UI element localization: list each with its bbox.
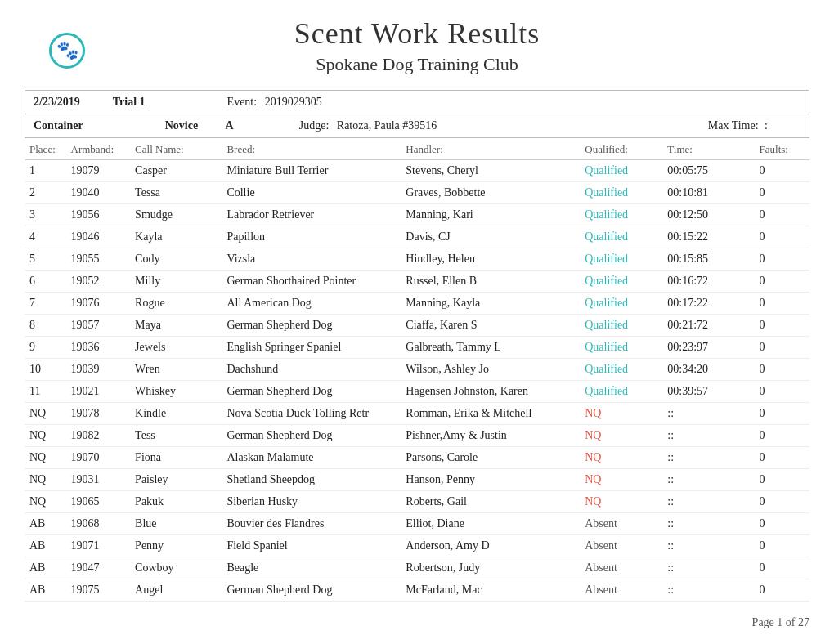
cell-handler: Anderson, Amy D xyxy=(401,535,580,557)
cell-faults: 0 xyxy=(755,513,809,535)
meta-trial: Trial 1 xyxy=(113,96,146,109)
cell-faults: 0 xyxy=(755,425,809,447)
cell-time: 00:16:72 xyxy=(662,271,754,293)
level-value: Novice xyxy=(165,119,198,132)
cell-breed: Dachshund xyxy=(222,359,401,381)
cell-callname: Paisley xyxy=(130,469,222,491)
cell-faults: 0 xyxy=(755,204,809,226)
cell-place: 3 xyxy=(25,204,66,226)
table-row: 3 19056 Smudge Labrador Retriever Mannin… xyxy=(25,204,809,226)
cell-callname: Casper xyxy=(130,160,222,182)
cell-faults: 0 xyxy=(755,160,809,182)
cell-callname: Rogue xyxy=(130,293,222,315)
cell-qualified: Qualified xyxy=(580,271,662,293)
cell-place: NQ xyxy=(25,403,66,425)
cell-place: AB xyxy=(25,535,66,557)
cell-handler: Parsons, Carole xyxy=(401,447,580,469)
cell-callname: Fiona xyxy=(130,447,222,469)
cell-handler: Ciaffa, Karen S xyxy=(401,315,580,337)
cell-handler: McFarland, Mac xyxy=(401,579,580,602)
cell-callname: Pakuk xyxy=(130,491,222,513)
cell-handler: Wilson, Ashley Jo xyxy=(401,359,580,381)
cell-armband: 19076 xyxy=(66,293,131,315)
cell-callname: Kindle xyxy=(130,403,222,425)
cell-armband: 19052 xyxy=(66,271,131,293)
cell-time: :: xyxy=(662,403,754,425)
cell-callname: Cody xyxy=(130,248,222,271)
table-row: 10 19039 Wren Dachshund Wilson, Ashley J… xyxy=(25,359,809,381)
event-value: 2019029305 xyxy=(265,96,322,108)
main-title: Scent Work Results xyxy=(25,16,809,51)
cell-breed: Shetland Sheepdog xyxy=(222,469,401,491)
judge-value: Ratoza, Paula #39516 xyxy=(337,119,437,132)
cell-time: :: xyxy=(662,491,754,513)
cell-faults: 0 xyxy=(755,491,809,513)
cell-callname: Wren xyxy=(130,359,222,381)
meta-level: Novice A xyxy=(165,119,234,132)
cell-place: 6 xyxy=(25,271,66,293)
cell-armband: 19070 xyxy=(66,447,131,469)
col-header-handler: Handler: xyxy=(401,140,580,160)
cell-place: 8 xyxy=(25,315,66,337)
cell-qualified: Qualified xyxy=(580,204,662,226)
cell-qualified: Absent xyxy=(580,557,662,579)
cell-time: 00:23:97 xyxy=(662,337,754,359)
cell-faults: 0 xyxy=(755,579,809,602)
meta-maxtime: Max Time: : xyxy=(708,119,768,132)
sub-title: Spokane Dog Training Club xyxy=(25,54,809,75)
cell-callname: Kayla xyxy=(130,226,222,248)
cell-handler: Elliot, Diane xyxy=(401,513,580,535)
category-value: Container xyxy=(34,119,83,132)
cell-faults: 0 xyxy=(755,293,809,315)
cell-faults: 0 xyxy=(755,315,809,337)
cell-armband: 19021 xyxy=(66,381,131,403)
cell-qualified: Absent xyxy=(580,535,662,557)
cell-place: 4 xyxy=(25,226,66,248)
cell-time: 00:12:50 xyxy=(662,204,754,226)
cell-qualified: NQ xyxy=(580,447,662,469)
cell-handler: Davis, CJ xyxy=(401,226,580,248)
cell-handler: Galbreath, Tammy L xyxy=(401,337,580,359)
cell-place: 11 xyxy=(25,381,66,403)
cell-time: 00:39:57 xyxy=(662,381,754,403)
cell-breed: German Shepherd Dog xyxy=(222,381,401,403)
cell-breed: German Shepherd Dog xyxy=(222,579,401,602)
table-row: 11 19021 Whiskey German Shepherd Dog Hag… xyxy=(25,381,809,403)
cell-qualified: NQ xyxy=(580,469,662,491)
cell-breed: Bouvier des Flandres xyxy=(222,513,401,535)
cell-time: 00:10:81 xyxy=(662,182,754,204)
table-row: 9 19036 Jewels English Springer Spaniel … xyxy=(25,337,809,359)
maxtime-label: Max Time: xyxy=(708,119,759,132)
cell-breed: Vizsla xyxy=(222,248,401,271)
cell-time: :: xyxy=(662,535,754,557)
cell-time: :: xyxy=(662,513,754,535)
col-header-armband: Armband: xyxy=(66,140,131,160)
cell-callname: Tess xyxy=(130,425,222,447)
cell-armband: 19057 xyxy=(66,315,131,337)
cell-breed: Collie xyxy=(222,182,401,204)
cell-armband: 19075 xyxy=(66,579,131,602)
cell-armband: 19055 xyxy=(66,248,131,271)
cell-handler: Hindley, Helen xyxy=(401,248,580,271)
trial-value: Trial 1 xyxy=(113,96,146,108)
col-header-time: Time: xyxy=(662,140,754,160)
cell-time: :: xyxy=(662,579,754,602)
col-header-place: Place: xyxy=(25,140,66,160)
cell-handler: Russel, Ellen B xyxy=(401,271,580,293)
cell-place: 5 xyxy=(25,248,66,271)
cell-faults: 0 xyxy=(755,381,809,403)
meta-block: 2/23/2019 Trial 1 Event: 2019029305 Cont… xyxy=(25,90,809,138)
cell-time: :: xyxy=(662,469,754,491)
logo: 🐾 xyxy=(49,33,85,69)
cell-faults: 0 xyxy=(755,271,809,293)
cell-handler: Manning, Kari xyxy=(401,204,580,226)
col-header-breed: Breed: xyxy=(222,140,401,160)
cell-handler: Pishner,Amy & Justin xyxy=(401,425,580,447)
cell-breed: Labrador Retriever xyxy=(222,204,401,226)
cell-breed: Beagle xyxy=(222,557,401,579)
meta-event: Event: 2019029305 xyxy=(227,96,322,109)
cell-callname: Tessa xyxy=(130,182,222,204)
col-header-faults: Faults: xyxy=(755,140,809,160)
cell-armband: 19046 xyxy=(66,226,131,248)
cell-time: :: xyxy=(662,425,754,447)
